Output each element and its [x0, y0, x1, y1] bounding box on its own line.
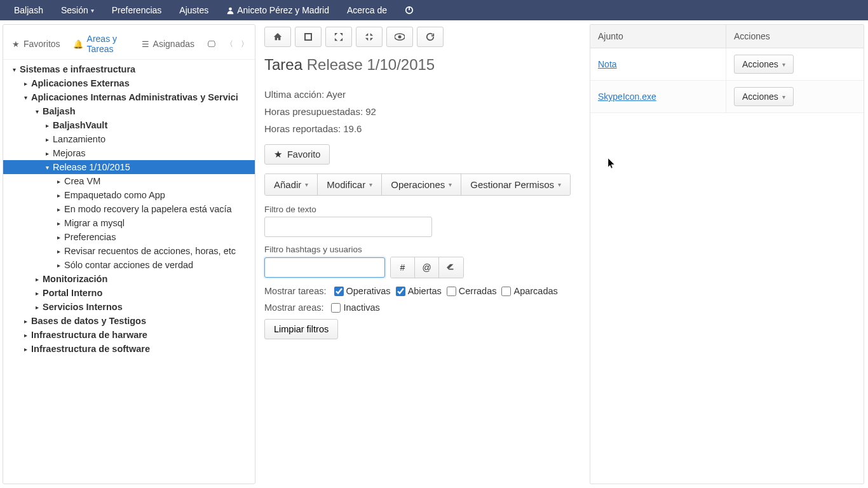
tree-node[interactable]: ▸Sólo contar acciones de verdad [3, 258, 255, 272]
sidebar: ★Favoritos 🔔Areas y Tareas ☰Asignadas 🖵 … [3, 24, 255, 484]
tree-node[interactable]: ▸Servicios Internos [3, 300, 255, 314]
at-button[interactable]: @ [415, 257, 439, 278]
action-bar: Añadir▾ Modificar▾ Operaciones▾ Gestiona… [264, 173, 571, 196]
main-content: Tarea Release 1/10/2015 Ultima acción: A… [255, 20, 590, 488]
svg-rect-3 [305, 34, 311, 40]
check-abiertas[interactable]: Abiertas [396, 286, 442, 296]
add-menu[interactable]: Añadir▾ [265, 174, 318, 195]
check-inactivas[interactable]: Inactivas [331, 302, 379, 313]
reported-hours-field: Horas reportadas: 19.6 [264, 123, 581, 134]
tab-favoritos[interactable]: ★Favoritos [6, 34, 67, 54]
maximize-pane-button[interactable] [295, 27, 322, 47]
last-action-field: Ultima acción: Ayer [264, 89, 581, 100]
eye-icon [395, 33, 405, 41]
tree-node-root[interactable]: ▾Sistemas e infraestructura [3, 62, 255, 76]
collapse-icon [365, 32, 374, 41]
attachment-actions-menu[interactable]: Acciones▾ [734, 87, 794, 106]
session-menu[interactable]: Sesión▾ [52, 0, 103, 20]
show-areas-row: Mostrar areas: Inactivas [264, 302, 581, 313]
refresh-icon [426, 32, 435, 41]
brand-link[interactable]: Baljash [5, 0, 52, 20]
text-filter-label: Filtro de texto [264, 205, 581, 214]
tree-node[interactable]: ▸Aplicaciones Externas [3, 76, 255, 90]
home-button[interactable] [264, 27, 291, 47]
tree-node[interactable]: ▸Portal Interno [3, 286, 255, 300]
caret-right-icon: ▸ [55, 262, 62, 269]
tree-node[interactable]: ▸BaljashVault [3, 118, 255, 132]
modify-menu[interactable]: Modificar▾ [318, 174, 382, 195]
tab-scroll-right[interactable]: 〉 [237, 36, 252, 52]
attachments-panel: Ajunto Acciones Nota Acciones▾ SkypeIcon… [590, 24, 864, 484]
chevron-down-icon: ▾ [305, 181, 308, 188]
expand-button[interactable] [325, 27, 352, 47]
view-button[interactable] [386, 27, 413, 47]
attachment-link[interactable]: SkypeIcon.exe [598, 92, 656, 102]
caret-down-icon: ▾ [22, 94, 29, 101]
attachments-col-actions: Acciones [726, 25, 864, 48]
about-link[interactable]: Acerca de [338, 0, 396, 20]
sidebar-tabs: ★Favoritos 🔔Areas y Tareas ☰Asignadas 🖵 … [3, 25, 255, 60]
tree-node[interactable]: ▸Lanzamiento [3, 132, 255, 146]
operations-menu[interactable]: Operaciones▾ [382, 174, 461, 195]
chevron-down-icon: ▾ [91, 7, 94, 14]
prefs-link[interactable]: Preferencias [103, 0, 171, 20]
check-operativas[interactable]: Operativas [334, 286, 391, 296]
refresh-button[interactable] [417, 27, 444, 47]
tree-node[interactable]: ▸Monitorización [3, 272, 255, 286]
tab-extra[interactable]: 🖵 [201, 34, 222, 54]
tab-areas[interactable]: 🔔Areas y Tareas [67, 29, 135, 59]
tree-node[interactable]: ▸Bases de datos y Testigos [3, 314, 255, 328]
chevron-down-icon: ▾ [558, 181, 561, 188]
attachment-row: Nota Acciones▾ [590, 48, 864, 81]
tree-node[interactable]: ▸Revisar recuentos de acciones, horas, e… [3, 244, 255, 258]
attachment-link[interactable]: Nota [598, 59, 617, 69]
tree-node[interactable]: ▸Infraestructura de harware [3, 328, 255, 342]
tree-node[interactable]: ▸Preferencias [3, 230, 255, 244]
tree-node[interactable]: ▾Aplicaciones Internas Administrativas y… [3, 90, 255, 104]
caret-right-icon: ▸ [44, 150, 50, 157]
task-title: Tarea Release 1/10/2015 [264, 56, 581, 74]
tree-node[interactable]: ▸Migrar a mysql [3, 216, 255, 230]
svg-point-0 [229, 7, 232, 10]
tree-node[interactable]: ▸Empaquetado como App [3, 188, 255, 202]
tree-node[interactable]: ▸Crea VM [3, 174, 255, 188]
caret-right-icon: ▸ [55, 192, 62, 199]
caret-right-icon: ▸ [34, 276, 40, 283]
caret-right-icon: ▸ [22, 346, 29, 353]
expand-icon [334, 32, 343, 41]
caret-right-icon: ▸ [44, 136, 50, 143]
caret-right-icon: ▸ [22, 318, 29, 325]
tree-node[interactable]: ▸Mejoras [3, 146, 255, 160]
caret-right-icon: ▸ [55, 178, 62, 185]
check-aparcadas[interactable]: Aparcadas [501, 286, 557, 296]
square-icon [304, 33, 312, 41]
tree-node[interactable]: ▸Infraestructura de software [3, 342, 255, 356]
caret-right-icon: ▸ [22, 332, 29, 339]
caret-right-icon: ▸ [44, 122, 50, 129]
power-button[interactable] [396, 0, 423, 20]
monitor-icon: 🖵 [207, 39, 215, 49]
eraser-button[interactable] [439, 257, 463, 278]
home-icon [273, 32, 282, 41]
tab-scroll-left[interactable]: 〈 [222, 36, 237, 52]
tree-node[interactable]: ▸En modo recovery la papelera está vacía [3, 202, 255, 216]
caret-down-icon: ▾ [11, 66, 17, 73]
clear-filters-button[interactable]: Limpiar filtros [264, 319, 338, 339]
hash-button[interactable]: # [391, 257, 415, 278]
user-menu[interactable]: Aniceto Pérez y Madrid [217, 0, 338, 20]
tab-asignadas[interactable]: ☰Asignadas [135, 34, 201, 54]
caret-right-icon: ▸ [55, 206, 62, 213]
check-cerradas[interactable]: Cerradas [447, 286, 497, 296]
settings-link[interactable]: Ajustes [170, 0, 217, 20]
collapse-button[interactable] [356, 27, 383, 47]
favorite-button[interactable]: ★Favorito [264, 144, 330, 165]
hashtag-filter-input[interactable] [264, 257, 385, 278]
permissions-menu[interactable]: Gestionar Permisos▾ [461, 174, 570, 195]
text-filter-input[interactable] [264, 217, 432, 237]
toolbar [264, 27, 581, 47]
attachment-actions-menu[interactable]: Acciones▾ [734, 55, 794, 74]
tree-node-selected[interactable]: ▾Release 1/10/2015 [3, 160, 255, 174]
tree-node[interactable]: ▾Baljash [3, 104, 255, 118]
tree-view[interactable]: ▾Sistemas e infraestructura ▸Aplicacione… [3, 60, 255, 484]
svg-point-5 [398, 36, 402, 39]
